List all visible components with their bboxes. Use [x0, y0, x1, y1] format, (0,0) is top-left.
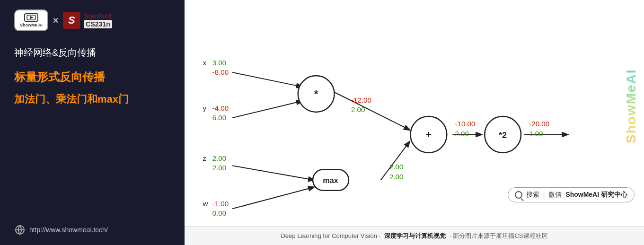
stanford-course: CS231n [84, 20, 112, 28]
watermark: ShowMeAI [620, 9, 642, 202]
svg-text:2.00: 2.00 [455, 130, 469, 138]
showmeai-logo-icon [24, 13, 38, 22]
right-panel: * + *2 max x 3.00 -8.00 y -4.00 6.00 z 2… [185, 0, 644, 245]
search-box[interactable]: 搜索 | 微信 ShowMeAI 研究中心 [508, 187, 635, 202]
diagram-area: * + *2 max x 3.00 -8.00 y -4.00 6.00 z 2… [185, 0, 644, 226]
svg-text:y: y [203, 104, 206, 112]
svg-line-5 [232, 101, 302, 118]
search-brand: ShowMeAI 研究中心 [565, 191, 627, 199]
svg-text:*2: *2 [499, 131, 507, 140]
svg-text:-20.00: -20.00 [529, 120, 549, 128]
svg-line-7 [232, 166, 314, 180]
footer-text1: Deep Learning for Computer Vision · [281, 232, 380, 239]
showmeai-logo: ShowMe AI [14, 9, 48, 31]
svg-text:6.00: 6.00 [212, 114, 227, 122]
svg-text:0.00: 0.00 [212, 209, 227, 217]
search-divider: | [543, 191, 545, 199]
subtitle: 神经网络&反向传播 [14, 45, 170, 60]
left-panel: ShowMe AI × S Stanford CS231n 神经网络&反向传播 … [0, 0, 185, 245]
svg-text:+: + [425, 129, 432, 140]
svg-text:-8.00: -8.00 [212, 68, 229, 76]
showmeai-logo-text: ShowMe AI [20, 23, 43, 27]
svg-text:2.00: 2.00 [351, 105, 365, 114]
logo-row: ShowMe AI × S Stanford CS231n [14, 9, 170, 31]
svg-text:2.00: 2.00 [212, 154, 227, 162]
stanford-s-icon: S [63, 12, 80, 29]
svg-text:2.00: 2.00 [212, 164, 227, 172]
svg-text:max: max [323, 176, 338, 184]
svg-text:2.00: 2.00 [389, 173, 404, 181]
link-icon [14, 224, 26, 236]
bottom-link[interactable]: http://www.showmeai.tech/ [14, 224, 170, 236]
svg-text:-4.00: -4.00 [212, 104, 229, 112]
svg-text:2.00: 2.00 [389, 163, 404, 171]
search-label: 搜索 [526, 191, 539, 199]
stanford-name: Stanford [84, 12, 112, 20]
svg-text:1.00: 1.00 [529, 130, 543, 138]
link-text: http://www.showmeai.tech/ [29, 226, 108, 234]
search-icon [515, 191, 522, 199]
title-sub: 加法门、乘法门和max门 [14, 92, 170, 106]
svg-line-4 [232, 72, 302, 87]
title-main: 标量形式反向传播 [14, 69, 170, 85]
multiply-sign: × [53, 15, 59, 26]
search-wechat-label: 微信 [548, 191, 562, 199]
footer-text2: 深度学习与计算机视觉 [384, 232, 446, 240]
svg-text:-1.00: -1.00 [212, 200, 229, 208]
footer-text3: · 部分图片来源于斯坦福CS课程社区 [450, 232, 547, 240]
svg-text:-12.00: -12.00 [351, 96, 371, 104]
svg-text:*: * [314, 88, 318, 100]
svg-text:z: z [203, 154, 206, 162]
stanford-text: Stanford CS231n [84, 12, 112, 28]
svg-marker-1 [30, 16, 34, 19]
svg-text:x: x [203, 59, 206, 67]
svg-text:3.00: 3.00 [212, 59, 227, 67]
footer: Deep Learning for Computer Vision · 深度学习… [185, 226, 644, 245]
svg-text:w: w [202, 200, 208, 208]
svg-line-8 [232, 187, 314, 209]
stanford-logo: S Stanford CS231n [63, 12, 112, 29]
svg-text:-10.00: -10.00 [455, 120, 475, 128]
